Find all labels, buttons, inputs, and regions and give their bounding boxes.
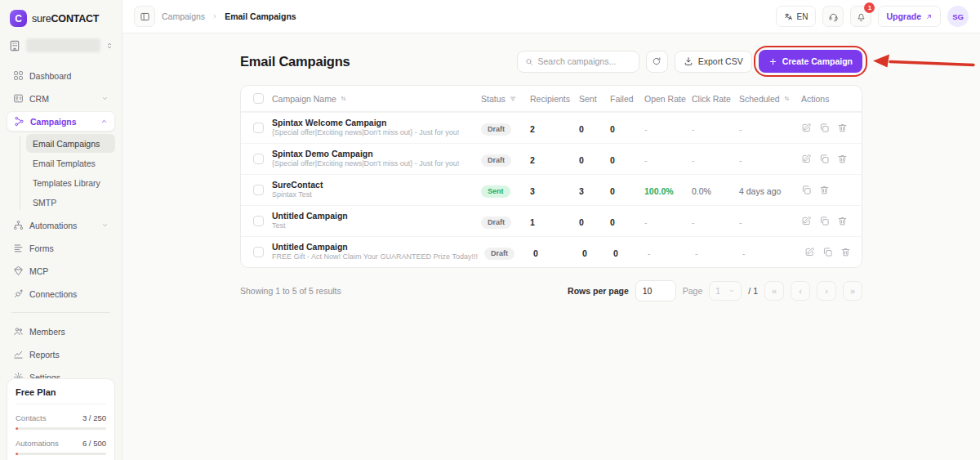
row-checkbox[interactable] — [253, 154, 264, 164]
delete-button[interactable] — [840, 247, 851, 257]
campaign-subject: FREE Gift - Act Now! Claim Your GUARANTE… — [272, 252, 484, 262]
translate-icon — [784, 12, 793, 21]
brand-logo: C sureCONTACT — [0, 0, 122, 32]
sidebar-item-email-campaigns[interactable]: Email Campaigns — [26, 134, 115, 153]
col-header-campaign-name[interactable]: Campaign Name — [272, 94, 481, 104]
campaign-subject: {Special offer|Exciting news|Don't miss … — [272, 159, 481, 169]
col-header-scheduled[interactable]: Scheduled — [739, 94, 801, 104]
sidebar-item-label: Connections — [29, 289, 77, 299]
previous-page-button[interactable]: ‹ — [791, 281, 810, 301]
search-icon — [525, 57, 533, 66]
export-csv-label: Export CSV — [698, 56, 743, 66]
duplicate-icon — [819, 216, 830, 226]
col-header-recipients: Recipients — [530, 94, 579, 104]
delete-button[interactable] — [837, 216, 848, 226]
sidebar-item-campaigns[interactable]: Campaigns — [7, 111, 115, 132]
sidebar-nav: Dashboard CRM Campaigns Email Campaigns … — [0, 52, 122, 387]
page-title: Email Campaigns — [240, 54, 350, 69]
sort-icon[interactable] — [340, 95, 347, 102]
sidebar-item-forms[interactable]: Forms — [7, 238, 115, 258]
table-row: Untitled CampaignFREE Gift - Act Now! Cl… — [241, 236, 862, 267]
sidebar-item-dashboard[interactable]: Dashboard — [7, 65, 115, 86]
rows-per-page-label: Rows per page — [568, 286, 629, 296]
campaign-name[interactable]: Untitled Campaign — [272, 242, 484, 253]
delete-button[interactable] — [837, 154, 848, 164]
trash-icon — [837, 154, 848, 164]
arrow-up-right-icon — [925, 13, 933, 20]
usage-value: 3 / 250 — [82, 413, 106, 422]
page-select[interactable]: 1 — [709, 281, 742, 301]
support-button[interactable] — [822, 6, 844, 27]
search-input[interactable] — [537, 56, 630, 66]
user-avatar[interactable]: SG — [947, 6, 969, 27]
failed-value: 0 — [610, 217, 615, 227]
language-selector-button[interactable]: EN — [776, 6, 817, 27]
campaign-subject: {Special offer|Exciting news|Don't miss … — [272, 128, 481, 138]
sidebar-toggle-button[interactable] — [134, 6, 155, 27]
create-campaign-button[interactable]: Create Campaign — [759, 50, 862, 73]
duplicate-button[interactable] — [801, 185, 812, 195]
click-rate-value: - — [692, 124, 695, 134]
sidebar-item-label: Campaigns — [30, 117, 77, 127]
workspace-name-redacted — [26, 38, 100, 52]
row-checkbox[interactable] — [253, 185, 264, 195]
plan-usage-contacts: Contacts3 / 250 — [16, 413, 106, 422]
duplicate-button[interactable] — [819, 154, 830, 164]
sidebar-item-templates-library[interactable]: Templates Library — [26, 173, 115, 192]
forms-icon — [13, 243, 24, 253]
sidebar-item-smtp[interactable]: SMTP — [26, 193, 115, 212]
chevron-down-icon — [101, 95, 109, 102]
filter-icon[interactable] — [509, 95, 517, 103]
sidebar-item-email-templates[interactable]: Email Templates — [26, 154, 115, 172]
sidebar-item-label: Forms — [29, 243, 54, 253]
last-page-button[interactable]: » — [843, 281, 862, 301]
campaign-name[interactable]: SureContact — [272, 180, 481, 191]
plan-card: Free Plan Contacts3 / 250 Automations6 /… — [7, 378, 115, 460]
export-csv-button[interactable]: Export CSV — [675, 51, 752, 73]
duplicate-button[interactable] — [822, 247, 833, 257]
sidebar-item-connections[interactable]: Connections — [7, 284, 115, 304]
select-all-checkbox[interactable] — [253, 93, 264, 104]
sort-icon[interactable] — [783, 95, 791, 102]
delete-button[interactable] — [837, 123, 848, 133]
sidebar-item-crm[interactable]: CRM — [7, 88, 115, 109]
sidebar-item-automations[interactable]: Automations — [7, 215, 115, 235]
edit-button[interactable] — [801, 216, 812, 226]
row-checkbox[interactable] — [253, 123, 264, 133]
edit-button[interactable] — [804, 247, 815, 257]
campaign-name[interactable]: Spintax Welcome Campaign — [272, 118, 481, 129]
breadcrumb-campaigns[interactable]: Campaigns — [162, 11, 205, 21]
sidebar-item-mcp[interactable]: MCP — [7, 261, 115, 281]
refresh-button[interactable] — [646, 51, 668, 73]
rows-per-page-input[interactable] — [635, 280, 676, 301]
campaign-subject: Test — [272, 221, 481, 231]
row-checkbox[interactable] — [253, 216, 264, 226]
first-page-button[interactable]: « — [764, 281, 784, 301]
duplicate-button[interactable] — [819, 216, 830, 226]
workspace-selector[interactable] — [8, 38, 114, 52]
col-header-status[interactable]: Status — [481, 94, 530, 104]
app-window: C sureCONTACT Dashboard CRM Campaigns Em… — [0, 0, 980, 460]
row-checkbox[interactable] — [253, 247, 264, 257]
sidebar-item-members[interactable]: Members — [7, 321, 115, 342]
edit-button[interactable] — [801, 123, 812, 133]
table-row: SureContactSpintax Test Sent 3 3 0 100.0… — [241, 174, 862, 205]
click-rate-value: - — [692, 217, 695, 227]
chevron-up-icon — [100, 118, 108, 125]
upgrade-button[interactable]: Upgrade — [878, 6, 941, 27]
campaigns-submenu: Email Campaigns Email Templates Template… — [7, 134, 115, 212]
next-page-button[interactable]: › — [817, 281, 836, 301]
delete-button[interactable] — [819, 185, 830, 195]
sidebar-item-reports[interactable]: Reports — [7, 344, 115, 364]
panel-toggle-icon — [140, 11, 150, 22]
campaign-name[interactable]: Spintax Demo Campaign — [272, 149, 481, 160]
notifications-button[interactable]: 1 — [850, 6, 871, 27]
edit-button[interactable] — [801, 154, 812, 164]
duplicate-button[interactable] — [819, 123, 830, 133]
duplicate-icon — [801, 185, 812, 195]
campaign-name[interactable]: Untitled Campaign — [272, 211, 481, 222]
table-footer: Showing 1 to 5 of 5 results Rows per pag… — [240, 280, 862, 301]
mcp-icon — [13, 266, 24, 276]
click-rate-value: 0.0% — [692, 186, 711, 196]
open-rate-value: - — [648, 248, 651, 258]
